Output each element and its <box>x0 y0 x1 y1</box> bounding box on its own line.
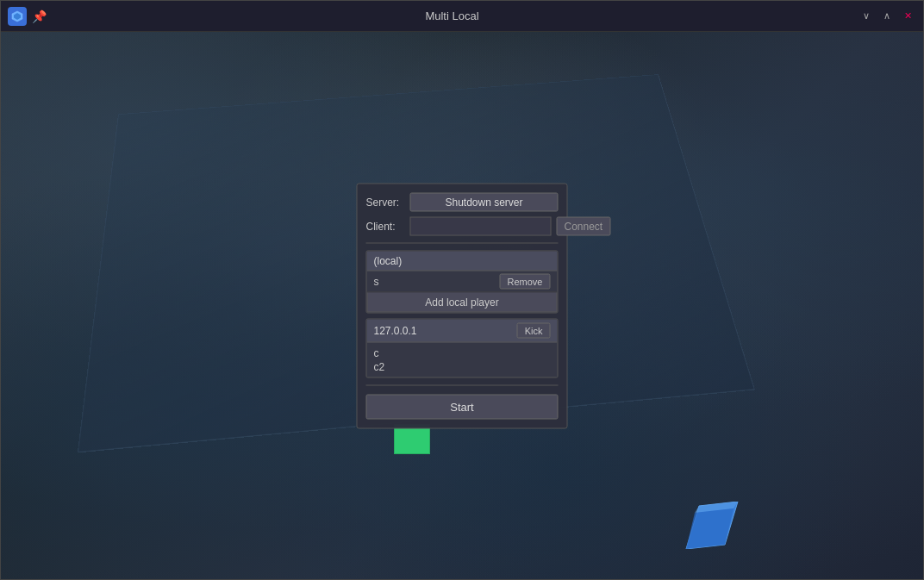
divider-1 <box>366 242 559 243</box>
local-section: (local) s Remove Add local player <box>366 250 559 313</box>
remote-section: 127.0.0.1 Kick c c2 <box>366 318 559 377</box>
add-local-player-button[interactable]: Add local player <box>367 292 558 312</box>
dialog-panel: Server: Shutdown server Client: Connect … <box>357 183 568 428</box>
title-bar-left: 📌 <box>8 7 47 26</box>
minimize-button[interactable]: ∨ <box>858 8 875 25</box>
remote-header: 127.0.0.1 Kick <box>367 319 558 342</box>
shutdown-button[interactable]: Shutdown server <box>410 192 559 211</box>
server-label: Server: <box>366 196 405 208</box>
pin-icon[interactable]: 📌 <box>32 9 47 23</box>
client-row: Client: Connect <box>366 216 559 235</box>
title-bar: 📌 Multi Local ∨ ∧ ✕ <box>1 1 923 32</box>
title-bar-controls: ∨ ∧ ✕ <box>858 8 916 25</box>
app-icon <box>8 7 27 26</box>
close-button[interactable]: ✕ <box>899 8 916 25</box>
client-address-input[interactable] <box>410 216 552 235</box>
green-block <box>394 424 430 454</box>
divider-2 <box>366 384 559 385</box>
remove-button[interactable]: Remove <box>500 273 551 289</box>
remote-player-c: c <box>374 346 551 359</box>
restore-button[interactable]: ∧ <box>878 8 896 25</box>
window-title: Multi Local <box>47 9 858 22</box>
local-player-row: s Remove <box>367 271 558 292</box>
game-background: Server: Shutdown server Client: Connect … <box>1 32 923 579</box>
client-label: Client: <box>366 220 405 232</box>
remote-player-c2: c2 <box>374 359 551 373</box>
local-player-name: s <box>374 275 500 287</box>
remote-players-list: c c2 <box>367 342 558 377</box>
server-row: Server: Shutdown server <box>366 192 559 211</box>
kick-button[interactable]: Kick <box>517 322 551 338</box>
game-area: Server: Shutdown server Client: Connect … <box>1 32 923 579</box>
svg-marker-4 <box>686 508 734 549</box>
local-header: (local) <box>367 251 558 271</box>
start-button[interactable]: Start <box>366 394 559 419</box>
remote-ip-address: 127.0.0.1 <box>374 324 517 336</box>
connect-button[interactable]: Connect <box>557 216 611 235</box>
app-window: 📌 Multi Local ∨ ∧ ✕ Server: <box>0 0 924 580</box>
blue-shape <box>682 502 742 549</box>
